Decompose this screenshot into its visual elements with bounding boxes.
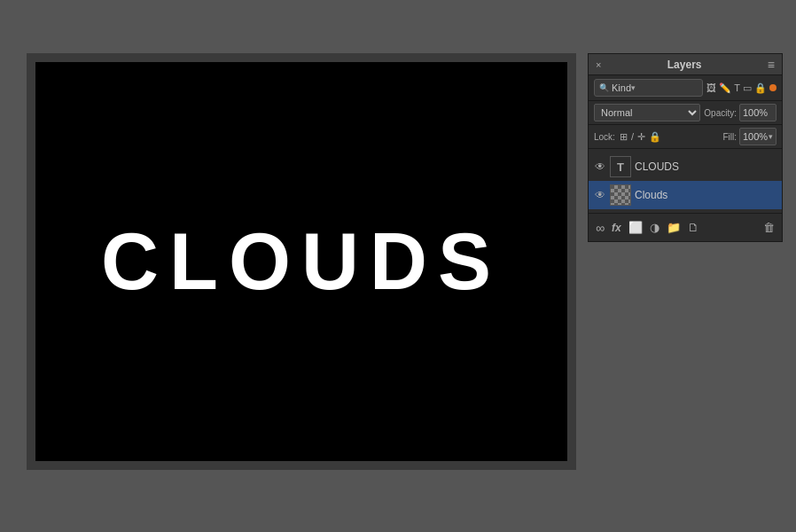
opacity-value[interactable]: 100%: [739, 104, 776, 121]
kind-dropdown-chevron[interactable]: ▾: [631, 83, 636, 92]
panel-menu-icon[interactable]: ≡: [768, 58, 775, 72]
layer-name-clouds-text: CLOUDS: [635, 160, 776, 173]
canvas-document: CLOUDS: [35, 62, 567, 461]
delete-layer-icon[interactable]: 🗑: [763, 221, 775, 234]
lock-all-icon[interactable]: 🔒: [649, 131, 661, 143]
filter-smart-icon[interactable]: 🔒: [754, 82, 767, 94]
layer-name-clouds: Clouds: [635, 189, 776, 201]
blend-mode-select[interactable]: Normal Multiply Screen Overlay: [594, 104, 700, 121]
lock-pixels-icon[interactable]: ⊞: [620, 131, 628, 143]
canvas-area: CLOUDS: [27, 53, 576, 470]
lock-icons-group: ⊞ / ✛ 🔒: [620, 131, 661, 143]
filter-shape-icon[interactable]: ▭: [743, 82, 752, 94]
panel-header: × Layers ≡: [589, 54, 782, 75]
new-group-icon[interactable]: 📁: [667, 221, 681, 234]
layers-bottom-toolbar: ∞ fx ⬜ ◑ 📁 🗋 🗑: [589, 213, 782, 241]
search-icon: 🔍: [599, 83, 609, 92]
add-mask-icon[interactable]: ⬜: [628, 221, 643, 234]
layer-row-clouds-text[interactable]: 👁 T CLOUDS: [589, 153, 782, 181]
fx-icon[interactable]: fx: [612, 222, 621, 234]
lock-fill-row: Lock: ⊞ / ✛ 🔒 Fill: 100% ▾: [589, 125, 782, 149]
kind-label: Kind: [612, 82, 631, 93]
layers-panel: × Layers ≡ 🔍 Kind ▾ 🖼 ✏️ T ▭ 🔒 Normal Mu…: [588, 53, 783, 242]
opacity-label: Opacity:: [704, 108, 737, 118]
adjustment-layer-icon[interactable]: ◑: [650, 221, 659, 234]
panel-title: Layers: [667, 59, 702, 71]
new-layer-icon[interactable]: 🗋: [688, 221, 699, 234]
fill-value[interactable]: 100% ▾: [739, 128, 776, 145]
panel-close-button[interactable]: ×: [596, 59, 601, 70]
layer-thumb-clouds-text: T: [610, 156, 631, 177]
lock-move-icon[interactable]: ✛: [637, 131, 645, 143]
filter-text-icon[interactable]: T: [734, 82, 740, 93]
layer-thumb-clouds: [610, 184, 631, 206]
visibility-icon-clouds-text[interactable]: 👁: [594, 160, 606, 173]
lock-brush-icon[interactable]: /: [631, 131, 634, 142]
visibility-icon-clouds[interactable]: 👁: [594, 189, 606, 201]
lock-label: Lock:: [594, 132, 615, 142]
kind-search-box[interactable]: 🔍 Kind ▾: [594, 79, 703, 97]
filter-icons-group: 🖼 ✏️ T ▭ 🔒: [706, 82, 776, 94]
layer-row-clouds[interactable]: 👁 Clouds: [589, 181, 782, 209]
link-layers-icon[interactable]: ∞: [596, 221, 605, 235]
canvas-text: CLOUDS: [101, 216, 502, 308]
opacity-section: Opacity: 100%: [704, 104, 776, 121]
filter-image-icon[interactable]: 🖼: [706, 82, 716, 93]
fill-label: Fill:: [722, 132, 737, 142]
fill-section: Fill: 100% ▾: [722, 128, 776, 145]
search-filter-row: 🔍 Kind ▾ 🖼 ✏️ T ▭ 🔒: [589, 75, 782, 101]
filter-active-dot: [769, 84, 776, 91]
filter-brush-icon[interactable]: ✏️: [719, 82, 731, 94]
blend-opacity-row: Normal Multiply Screen Overlay Opacity: …: [589, 101, 782, 125]
